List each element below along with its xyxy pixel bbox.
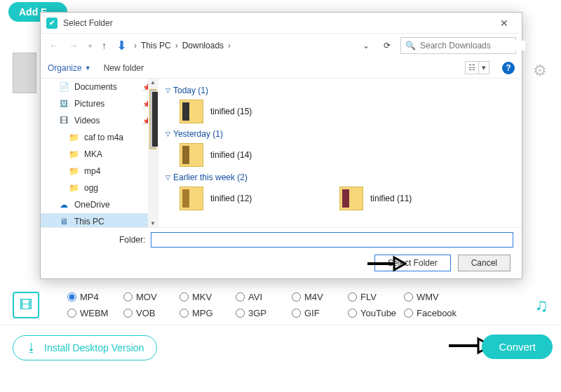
- video-icon[interactable]: 🎞: [13, 292, 39, 318]
- chevron-right-icon: ›: [175, 41, 178, 50]
- format-mov[interactable]: MOV: [123, 292, 180, 302]
- new-folder-button[interactable]: New folder: [104, 63, 144, 73]
- convert-button[interactable]: Convert: [482, 334, 553, 359]
- up-icon[interactable]: ↑: [99, 40, 109, 51]
- format-label: M4V: [304, 292, 323, 302]
- format-options: MP4MOVMKVAVIM4VFLVWMVWEBMVOBMPG3GPGIFYou…: [67, 292, 460, 318]
- folder-item[interactable]: tinified (12): [180, 187, 320, 210]
- format-wmv[interactable]: WMV: [404, 292, 460, 302]
- format-radio[interactable]: [348, 309, 357, 318]
- gear-icon[interactable]: ⚙: [533, 62, 547, 80]
- format-gif[interactable]: GIF: [292, 308, 348, 318]
- folder-name: tinified (12): [210, 194, 252, 203]
- format-radio[interactable]: [404, 309, 413, 318]
- folder-item[interactable]: tinified (14): [180, 143, 320, 167]
- format-webm[interactable]: WEBM: [67, 308, 123, 318]
- format-label: AVI: [248, 292, 262, 302]
- scroll-down-icon[interactable]: ▼: [150, 219, 156, 227]
- format-youtube[interactable]: YouTube: [348, 308, 404, 318]
- pc-icon: 🖥: [59, 217, 69, 227]
- sidebar-item-caf-to-m4a[interactable]: 📁caf to m4a: [41, 129, 158, 146]
- preview-placeholder: [13, 53, 36, 93]
- refresh-icon[interactable]: ⟳: [378, 41, 396, 50]
- folder-icon: 📁: [69, 149, 79, 159]
- cancel-button[interactable]: Cancel: [458, 255, 511, 271]
- format-radio[interactable]: [123, 292, 133, 302]
- format-3gp[interactable]: 3GP: [236, 308, 292, 318]
- format-radio[interactable]: [404, 292, 413, 302]
- format-label: Facebook: [417, 308, 457, 318]
- folder-icon: [180, 100, 203, 123]
- format-radio[interactable]: [292, 309, 301, 318]
- forward-icon[interactable]: →: [66, 40, 81, 51]
- format-radio[interactable]: [180, 292, 189, 302]
- chevron-down-icon: ▼: [85, 65, 91, 72]
- format-m4v[interactable]: M4V: [292, 292, 348, 302]
- nav-row: ← → ▾ ↑ ⬇ › This PC › Downloads › ⌄ ⟳ 🔍: [41, 34, 522, 58]
- dialog-title: Select Folder: [63, 18, 492, 28]
- format-radio[interactable]: [348, 292, 357, 302]
- group-header[interactable]: ▽ Today (1): [165, 86, 515, 95]
- group-header[interactable]: ▽ Yesterday (1): [165, 129, 515, 139]
- install-desktop-button[interactable]: ⭳ Install Desktop Version: [13, 335, 157, 360]
- organize-menu[interactable]: Organize ▼: [48, 63, 91, 73]
- titlebar: ✔ Select Folder ✕: [41, 13, 522, 34]
- scroll-thumb[interactable]: [149, 89, 156, 149]
- format-radio[interactable]: [123, 309, 133, 318]
- format-label: GIF: [304, 308, 320, 318]
- vid-icon: 🎞: [59, 116, 69, 126]
- back-icon[interactable]: ←: [46, 40, 62, 51]
- sidebar-item-mp4[interactable]: 📁mp4: [41, 163, 158, 180]
- folder-item[interactable]: tinified (15): [180, 100, 320, 123]
- breadcrumb[interactable]: › This PC › Downloads ›: [134, 41, 354, 50]
- sidebar-item-label: caf to m4a: [84, 133, 123, 142]
- sidebar-item-pictures[interactable]: 🖼Pictures📌: [41, 95, 158, 112]
- folder-name: tinified (11): [370, 194, 412, 203]
- folder-input[interactable]: [151, 232, 513, 248]
- format-radio[interactable]: [292, 292, 301, 302]
- help-icon[interactable]: ?: [502, 62, 515, 74]
- chevron-down-icon: ▽: [165, 130, 170, 137]
- sidebar-item-mka[interactable]: 📁MKA: [41, 146, 158, 163]
- format-radio[interactable]: [236, 292, 245, 302]
- sidebar-item-ogg[interactable]: 📁ogg: [41, 180, 158, 196]
- search-icon: 🔍: [405, 41, 416, 50]
- sidebar-item-documents[interactable]: 📄Documents📌: [41, 79, 158, 95]
- format-panel: 🎞 MP4MOVMKVAVIM4VFLVWMVWEBMVOBMPG3GPGIFY…: [13, 289, 548, 318]
- scrollbar[interactable]: ▲ ▼: [148, 79, 158, 227]
- sidebar-item-videos[interactable]: 🎞Videos📌: [41, 112, 158, 129]
- location-dropdown-icon[interactable]: ⌄: [358, 41, 374, 50]
- format-vob[interactable]: VOB: [123, 308, 180, 318]
- close-icon[interactable]: ✕: [492, 18, 516, 29]
- sidebar-item-onedrive[interactable]: ☁OneDrive: [41, 196, 158, 213]
- format-avi[interactable]: AVI: [236, 292, 292, 302]
- folder-icon: 📁: [69, 166, 79, 176]
- format-radio[interactable]: [236, 309, 245, 318]
- search-box[interactable]: 🔍: [400, 37, 516, 54]
- sidebar-item-label: ogg: [84, 183, 98, 193]
- format-flv[interactable]: FLV: [348, 292, 404, 302]
- history-dropdown-icon[interactable]: ▾: [86, 42, 95, 50]
- app-icon: ✔: [46, 18, 58, 29]
- scroll-up-icon[interactable]: ▲: [150, 79, 156, 86]
- folder-content: ▽ Today (1)tinified (15)▽ Yesterday (1)t…: [158, 79, 522, 227]
- select-folder-button[interactable]: Select Folder: [374, 255, 451, 271]
- format-radio[interactable]: [180, 309, 189, 318]
- format-mpg[interactable]: MPG: [180, 308, 236, 318]
- format-mp4[interactable]: MP4: [67, 292, 123, 302]
- format-radio[interactable]: [67, 292, 76, 302]
- format-label: WEBM: [80, 308, 108, 318]
- view-mode-button[interactable]: ☷▾: [465, 61, 489, 74]
- group-header[interactable]: ▽ Earlier this week (2): [165, 173, 515, 182]
- format-radio[interactable]: [67, 309, 76, 318]
- search-input[interactable]: [420, 41, 525, 50]
- crumb-this-pc[interactable]: This PC: [141, 41, 171, 50]
- audio-icon[interactable]: ♫: [535, 295, 549, 316]
- folder-item[interactable]: tinified (11): [339, 187, 480, 210]
- crumb-downloads[interactable]: Downloads: [182, 41, 224, 50]
- format-label: MOV: [136, 292, 157, 302]
- format-facebook[interactable]: Facebook: [404, 308, 460, 318]
- format-mkv[interactable]: MKV: [180, 292, 236, 302]
- chevron-down-icon: ▽: [165, 87, 170, 94]
- sidebar-item-this-pc[interactable]: 🖥This PC: [41, 213, 158, 227]
